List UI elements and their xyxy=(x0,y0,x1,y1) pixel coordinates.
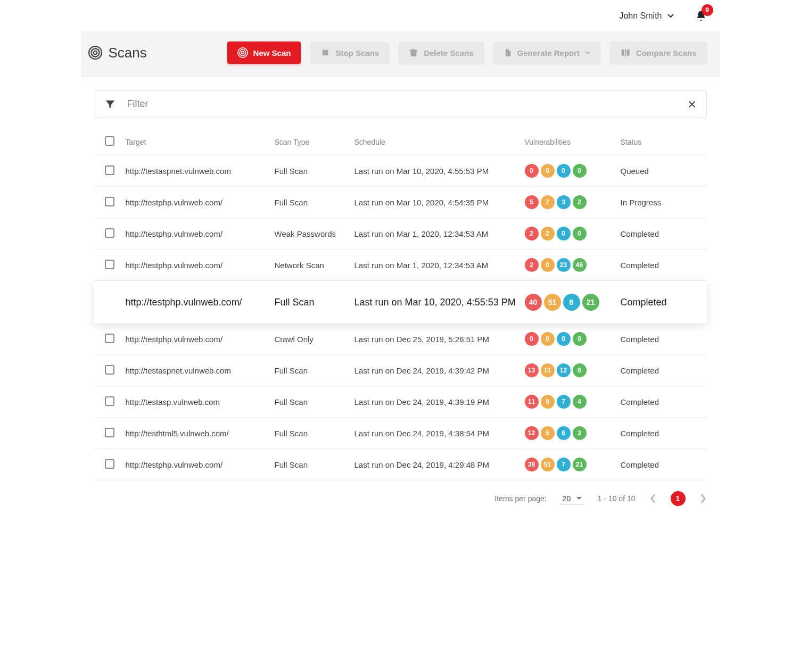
cell-vulnerabilities: 3851721 xyxy=(525,449,621,480)
table-row[interactable]: http://testphp.vulnweb.com/Network ScanL… xyxy=(94,250,707,281)
table-row[interactable]: http://testphp.vulnweb.com/Full ScanLast… xyxy=(94,449,707,480)
select-all-checkbox[interactable] xyxy=(105,136,114,146)
cell-vulnerabilities: 2200 xyxy=(525,218,621,250)
svg-point-3 xyxy=(241,52,244,54)
cell-target: http://testphp.vulnweb.com/ xyxy=(126,449,275,480)
clear-filter-button[interactable] xyxy=(687,99,697,109)
cell-target: http://testaspnet.vulnweb.com xyxy=(126,355,275,386)
cell-status: Queued xyxy=(621,155,707,187)
table-row[interactable]: http://testphp.vulnweb.com/Crawl OnlyLas… xyxy=(94,323,707,355)
cell-schedule: Last run on Mar 10, 2020, 4:54:35 PM xyxy=(354,187,525,218)
filter-input[interactable] xyxy=(126,98,678,110)
severity-pill: 13 xyxy=(525,363,539,377)
severity-pill: 7 xyxy=(541,195,555,209)
trash-icon xyxy=(409,47,418,58)
target-icon xyxy=(237,47,248,58)
row-checkbox[interactable] xyxy=(105,197,114,206)
severity-pill: 2 xyxy=(541,227,555,240)
severity-pill: 12 xyxy=(525,426,539,440)
column-header-scan-type[interactable]: Scan Type xyxy=(275,129,354,155)
severity-pill: 46 xyxy=(573,258,587,272)
filter-bar xyxy=(94,90,707,118)
page-number[interactable]: 1 xyxy=(671,491,686,506)
pager-range: 1 - 10 of 10 xyxy=(598,494,636,503)
cell-schedule: Last run on Dec 24, 2019, 4:38:54 PM xyxy=(354,418,525,449)
cell-target: http://testphp.vulnweb.com/ xyxy=(126,323,275,355)
cell-vulnerabilities: 0000 xyxy=(525,323,621,355)
document-icon xyxy=(504,47,512,58)
cell-scan-type: Crawl Only xyxy=(275,323,354,355)
row-checkbox[interactable] xyxy=(105,365,114,375)
top-bar: John Smith 9 xyxy=(81,0,720,32)
row-checkbox[interactable] xyxy=(105,428,114,437)
row-checkbox[interactable] xyxy=(105,165,114,175)
row-checkbox[interactable] xyxy=(105,228,114,238)
cell-vulnerabilities: 202346 xyxy=(525,250,621,281)
cell-schedule: Last run on Mar 10, 2020, 4:55:53 PM xyxy=(354,281,525,324)
table-row[interactable]: http://testasp.vulnweb.comFull ScanLast … xyxy=(94,386,707,418)
cell-target: http://testphp.vulnweb.com/ xyxy=(126,281,275,324)
table-row[interactable]: http://testaspnet.vulnweb.comFull ScanLa… xyxy=(94,155,707,187)
svg-rect-6 xyxy=(323,50,328,56)
severity-pill: 40 xyxy=(525,294,542,311)
svg-point-0 xyxy=(93,51,97,55)
table-row[interactable]: http://testphp.vulnweb.com/Full ScanLast… xyxy=(94,281,707,324)
chevron-down-icon xyxy=(667,14,674,18)
cell-status: Completed xyxy=(621,250,707,281)
generate-report-button[interactable]: Generate Report xyxy=(493,42,601,64)
severity-pill: 51 xyxy=(541,458,555,471)
severity-pill: 4 xyxy=(573,395,587,409)
column-header-target[interactable]: Target xyxy=(126,129,275,155)
cell-scan-type: Full Scan xyxy=(275,355,354,386)
cell-target: http://testasp.vulnweb.com xyxy=(126,386,275,418)
column-header-status[interactable]: Status xyxy=(621,129,707,155)
stop-scans-button[interactable]: Stop Scans xyxy=(310,42,389,63)
table-row[interactable]: http://testaspnet.vulnweb.comFull ScanLa… xyxy=(94,355,707,386)
severity-pill: 7 xyxy=(557,395,571,409)
scans-icon xyxy=(88,46,102,60)
cell-vulnerabilities: 4051821 xyxy=(525,281,621,324)
cell-status: Completed xyxy=(621,355,707,386)
column-header-vulnerabilities[interactable]: Vulnerabilities xyxy=(525,129,621,155)
items-per-page-select[interactable]: 20 xyxy=(560,493,584,504)
cell-schedule: Last run on Dec 24, 2019, 4:39:42 PM xyxy=(354,355,525,386)
cell-schedule: Last run on Dec 25, 2019, 5:26:51 PM xyxy=(354,323,525,355)
severity-pill: 5 xyxy=(541,426,555,440)
prev-page-button[interactable] xyxy=(649,493,657,504)
new-scan-button[interactable]: New Scan xyxy=(227,42,301,64)
items-per-page-label: Items per page: xyxy=(494,494,546,503)
notification-count: 9 xyxy=(702,4,713,16)
severity-pill: 3 xyxy=(573,426,587,440)
close-icon xyxy=(687,99,697,109)
scans-table: Target Scan Type Schedule Vulnerabilitie… xyxy=(94,129,707,480)
row-checkbox[interactable] xyxy=(105,260,114,269)
row-checkbox[interactable] xyxy=(105,459,114,469)
column-header-schedule[interactable]: Schedule xyxy=(354,129,525,155)
severity-pill: 21 xyxy=(573,458,587,471)
next-page-button[interactable] xyxy=(699,493,707,504)
cell-status: Completed xyxy=(621,418,707,449)
row-checkbox[interactable] xyxy=(105,334,114,343)
severity-pill: 0 xyxy=(557,332,571,346)
table-row[interactable]: http://testphp.vulnweb.com/Full ScanLast… xyxy=(94,187,707,218)
cell-status: Completed xyxy=(621,449,707,480)
button-label: Stop Scans xyxy=(335,48,379,57)
table-row[interactable]: http://testphp.vulnweb.com/Weak Password… xyxy=(94,218,707,250)
severity-pill: 0 xyxy=(541,258,555,272)
button-label: New Scan xyxy=(253,48,291,57)
notifications-button[interactable]: 9 xyxy=(695,10,707,22)
delete-scans-button[interactable]: Delete Scans xyxy=(399,42,483,64)
cell-status: Completed xyxy=(621,386,707,418)
severity-pill: 23 xyxy=(557,258,571,272)
severity-pill: 21 xyxy=(582,294,599,311)
cell-schedule: Last run on Dec 24, 2019, 4:29:48 PM xyxy=(354,449,525,480)
table-row[interactable]: http://testhtml5.vulnweb.com/Full ScanLa… xyxy=(94,418,707,449)
button-label: Compare Scans xyxy=(636,48,696,57)
cell-schedule: Last run on Dec 24, 2019, 4:39:19 PM xyxy=(354,386,525,418)
severity-pill: 3 xyxy=(557,195,571,209)
row-checkbox[interactable] xyxy=(105,396,114,406)
user-menu[interactable]: John Smith xyxy=(619,11,673,21)
page-title: Scans xyxy=(109,45,147,61)
compare-scans-button[interactable]: Compare Scans xyxy=(610,42,706,64)
stop-icon xyxy=(320,48,330,57)
